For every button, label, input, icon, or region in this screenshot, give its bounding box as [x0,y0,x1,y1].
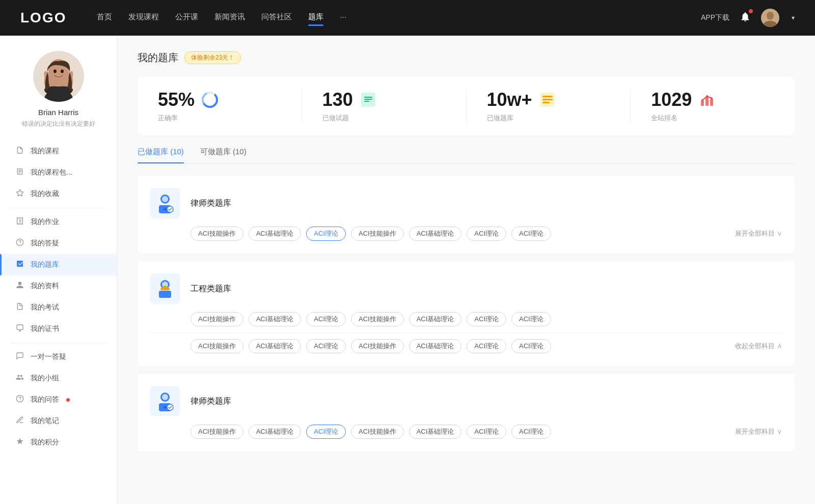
sidebar-item-notes-label: 我的笔记 [31,416,59,426]
collapse-engineer[interactable]: 收起全部科目 ∧ [735,342,782,351]
sidebar-item-notes[interactable]: 我的笔记 [0,410,117,432]
eng-tag-r1-0[interactable]: ACI技能操作 [191,312,243,326]
stat-done-questions: 130 已做试题 [302,89,467,123]
sidebar-item-profile[interactable]: 我的资料 [0,275,117,297]
stat-ranking-label: 全站排名 [651,114,677,123]
eng-tag-r1-1[interactable]: ACI基础理论 [249,312,302,326]
navbar-right: APP下载 ▾ [701,9,795,27]
pie-chart-icon [201,91,219,109]
svg-rect-20 [364,101,369,102]
my-qa-dot [66,398,70,402]
favorites-icon [15,189,24,199]
sidebar: Brian Harris 错误的决定比没有决定要好 我的课程 我的课程包... … [0,36,117,504]
sidebar-item-points[interactable]: 我的积分 [0,432,117,453]
bell-button[interactable] [740,11,751,25]
sidebar-item-exam[interactable]: 我的考试 [0,297,117,318]
app-download-label[interactable]: APP下载 [701,13,729,22]
sidebar-item-qa[interactable]: 我的答疑 [0,233,117,254]
main-container: Brian Harris 错误的决定比没有决定要好 我的课程 我的课程包... … [0,36,815,504]
sidebar-item-question-bank[interactable]: 我的题库 [0,254,117,275]
law2-tag-5[interactable]: ACI理论 [467,425,506,439]
logo[interactable]: LOGO [20,10,66,26]
eng-tag-r2-0[interactable]: ACI技能操作 [191,339,243,353]
stat-accuracy-value: 55% [158,89,195,110]
svg-point-33 [162,196,168,202]
svg-rect-25 [701,101,704,106]
tag-1[interactable]: ACI基础理论 [249,227,302,241]
bank-engineer-title: 工程类题库 [191,284,231,294]
eng-tag-r2-2[interactable]: ACI理论 [306,339,346,353]
stat-done-banks-label: 已做题库 [487,114,513,123]
sidebar-item-group[interactable]: 我的小组 [0,368,117,389]
eng-tag-r2-6[interactable]: ACI理论 [511,339,551,353]
svg-rect-27 [710,99,713,106]
sidebar-item-group-label: 我的小组 [31,374,59,383]
stat-done-questions-label: 已做试题 [322,114,349,123]
nav-discover[interactable]: 发现课程 [128,12,159,24]
eng-tag-r1-3[interactable]: ACI技能操作 [351,312,404,326]
tab-available[interactable]: 可做题库 (10) [200,147,247,163]
sidebar-item-tutoring-label: 一对一答疑 [31,352,66,361]
nav-open-course[interactable]: 公开课 [175,12,198,24]
sidebar-item-my-qa[interactable]: 我的问答 [0,389,117,410]
nav-question-bank[interactable]: 题库 [308,12,323,24]
sidebar-item-certificate[interactable]: 我的证书 [0,318,117,340]
sidebar-item-course[interactable]: 我的课程 [0,141,117,162]
law2-tag-0[interactable]: ACI技能操作 [191,425,243,439]
eng-tag-r1-6[interactable]: ACI理论 [511,312,551,326]
svg-marker-8 [16,189,23,196]
user-menu-chevron[interactable]: ▾ [792,14,795,21]
eng-tag-r1-4[interactable]: ACI基础理论 [409,312,462,326]
nav-home[interactable]: 首页 [97,12,112,24]
bank-lawyer-1: 律师类题库 ACI技能操作 ACI基础理论 ACI理论 ACI技能操作 ACI基… [138,176,795,253]
law2-tag-6[interactable]: ACI理论 [511,425,551,439]
svg-point-1 [767,12,774,20]
law2-tag-2-active[interactable]: ACI理论 [306,425,346,439]
homework-icon [15,217,24,227]
tag-3[interactable]: ACI技能操作 [351,227,404,241]
tag-4[interactable]: ACI基础理论 [409,227,462,241]
stat-ranking: 1029 全站排名 [631,89,795,123]
expand-lawyer-1[interactable]: 展开全部科目 ∨ [735,229,782,238]
eng-tag-r2-3[interactable]: ACI技能操作 [351,339,404,353]
tag-2-active[interactable]: ACI理论 [306,227,346,241]
user-avatar-nav[interactable] [761,9,779,27]
law2-tag-4[interactable]: ACI基础理论 [409,425,462,439]
svg-point-29 [706,95,708,97]
law2-tag-1[interactable]: ACI基础理论 [249,425,302,439]
sidebar-item-my-qa-label: 我的问答 [31,395,59,404]
stat-ranking-value: 1029 [651,89,692,110]
tag-5[interactable]: ACI理论 [467,227,506,241]
course-icon [15,146,24,156]
bank-lawyer-2: 律师类题库 ACI技能操作 ACI基础理论 ACI理论 ACI技能操作 ACI基… [138,374,795,451]
eng-tag-r2-4[interactable]: ACI基础理论 [409,339,462,353]
sidebar-item-tutoring[interactable]: 一对一答疑 [0,346,117,368]
nav-more[interactable]: ··· [340,12,346,24]
stat-done-questions-value: 130 [322,89,353,110]
sidebar-item-course-pack[interactable]: 我的课程包... [0,162,117,183]
tab-done[interactable]: 已做题库 (10) [138,147,184,163]
svg-point-7 [61,70,64,73]
eng-tag-r1-5[interactable]: ACI理论 [467,312,506,326]
expand-lawyer-2[interactable]: 展开全部科目 ∨ [735,427,782,436]
bank-engineer-tags-row1: ACI技能操作 ACI基础理论 ACI理论 ACI技能操作 ACI基础理论 AC… [150,312,782,326]
doc-icon [359,91,377,109]
sidebar-item-favorites[interactable]: 我的收藏 [0,183,117,205]
law2-tag-3[interactable]: ACI技能操作 [351,425,404,439]
sidebar-item-homework[interactable]: 我的作业 [0,211,117,233]
nav-news[interactable]: 新闻资讯 [214,12,245,24]
eng-tag-r1-2[interactable]: ACI理论 [306,312,346,326]
bank-engineer: 工程类题库 ACI技能操作 ACI基础理论 ACI理论 ACI技能操作 ACI基… [138,261,795,366]
bank-lawyer-2-header: 律师类题库 [150,386,782,416]
stat-ranking-top: 1029 [651,89,716,110]
points-icon [15,437,24,447]
eng-tag-r2-5[interactable]: ACI理论 [467,339,506,353]
eng-tag-r2-1[interactable]: ACI基础理论 [249,339,302,353]
tag-6[interactable]: ACI理论 [511,227,551,241]
notes-icon [15,416,24,426]
tag-0[interactable]: ACI技能操作 [191,227,243,241]
bank-engineer-icon [150,273,180,304]
main-content: 我的题库 体验剩余23天！ 55% 正确率 [117,36,815,504]
nav-qa[interactable]: 问答社区 [261,12,292,24]
svg-point-30 [711,97,713,99]
